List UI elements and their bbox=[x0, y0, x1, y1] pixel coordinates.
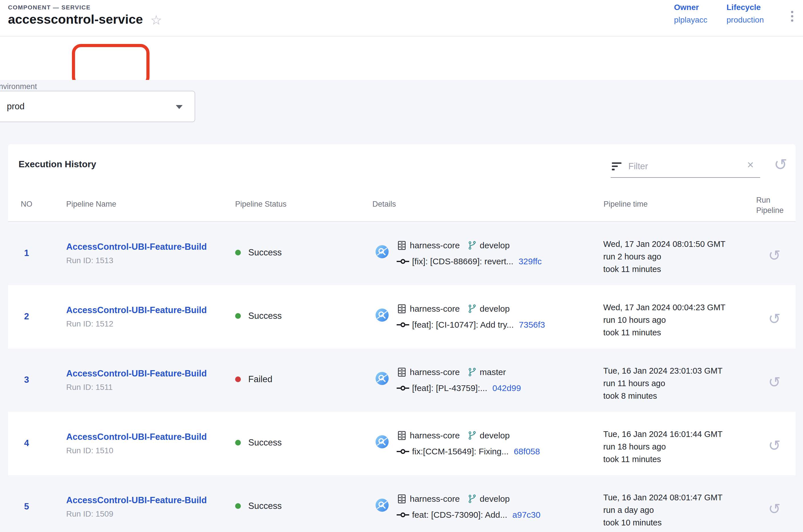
favorite-star-icon[interactable]: ☆ bbox=[150, 14, 162, 26]
git-commit-icon bbox=[397, 385, 409, 392]
run-id: Run ID: 1510 bbox=[66, 446, 113, 455]
column-header-run: Run Pipeline bbox=[756, 195, 790, 215]
pipeline-status: Success bbox=[235, 311, 282, 321]
table-row: 3 AccessControl-UBI-Feature-Build Run ID… bbox=[8, 348, 796, 412]
pipeline-search-icon[interactable] bbox=[375, 498, 389, 512]
pipeline-name-link[interactable]: AccessControl-UBI-Feature-Build bbox=[66, 242, 207, 252]
pipeline-search-icon[interactable] bbox=[375, 308, 389, 322]
pipeline-name-link[interactable]: AccessControl-UBI-Feature-Build bbox=[66, 495, 207, 506]
time-duration: took 11 minutes bbox=[603, 453, 723, 466]
run-id: Run ID: 1512 bbox=[66, 319, 113, 328]
filter-input[interactable] bbox=[628, 158, 740, 175]
pipeline-name-link[interactable]: AccessControl-UBI-Feature-Build bbox=[66, 305, 207, 316]
status-dot bbox=[235, 377, 241, 382]
time-relative: run 2 hours ago bbox=[603, 250, 725, 263]
column-header-no: NO bbox=[17, 200, 37, 209]
commit-sha-link[interactable]: 042d99 bbox=[493, 383, 521, 393]
kebab-menu-icon[interactable] bbox=[790, 10, 795, 23]
row-number: 4 bbox=[17, 438, 37, 449]
lifecycle-value: production bbox=[727, 15, 764, 24]
pipeline-search-icon[interactable] bbox=[375, 371, 389, 385]
branch-name: develop bbox=[480, 431, 510, 440]
run-pipeline-retry-icon[interactable]: ↺ bbox=[768, 438, 781, 453]
table-row: 4 AccessControl-UBI-Feature-Build Run ID… bbox=[8, 412, 796, 475]
status-label: Success bbox=[248, 438, 282, 448]
row-number: 3 bbox=[17, 375, 37, 385]
branch-name: master bbox=[480, 367, 506, 377]
pipeline-name-link[interactable]: AccessControl-UBI-Feature-Build bbox=[66, 432, 207, 442]
run-id: Run ID: 1511 bbox=[66, 383, 113, 392]
column-header-status: Pipeline Status bbox=[235, 200, 287, 209]
status-label: Success bbox=[248, 311, 282, 321]
time-duration: took 11 minutes bbox=[603, 326, 725, 339]
environment-selected-value: prod bbox=[7, 91, 24, 121]
refresh-icon[interactable]: ↺ bbox=[774, 157, 787, 173]
repository-icon bbox=[397, 494, 407, 504]
status-dot bbox=[235, 440, 241, 445]
environment-select[interactable]: prod bbox=[0, 91, 195, 122]
pipeline-time: Tue, 16 Jan 2024 23:01:03 GMT run 11 hou… bbox=[603, 364, 723, 402]
time-duration: took 8 minutes bbox=[603, 390, 723, 402]
branch-name: develop bbox=[480, 241, 510, 250]
pipeline-time: Tue, 16 Jan 2024 16:01:44 GMT run 18 hou… bbox=[603, 428, 723, 466]
commit-sha-link[interactable]: 7356f3 bbox=[519, 320, 545, 330]
git-commit-icon bbox=[397, 321, 409, 328]
commit-sha-link[interactable]: 68f058 bbox=[514, 446, 540, 456]
time-relative: run 10 hours ago bbox=[603, 314, 725, 326]
repository-icon bbox=[397, 431, 407, 441]
execution-rows: 1 AccessControl-UBI-Feature-Build Run ID… bbox=[8, 222, 796, 532]
owner-value-link[interactable]: plplayacc bbox=[674, 15, 707, 24]
repo-name: harness-core bbox=[410, 304, 460, 314]
pipeline-time: Tue, 16 Jan 2024 08:01:47 GMT run a day … bbox=[603, 491, 723, 529]
table-row: 2 AccessControl-UBI-Feature-Build Run ID… bbox=[8, 285, 796, 348]
owner-label: Owner bbox=[674, 3, 707, 12]
details-cell: harness-core develop [fix]: [CDS-88669]:… bbox=[397, 239, 542, 268]
run-pipeline-retry-icon[interactable]: ↺ bbox=[768, 248, 781, 263]
pipeline-status: Success bbox=[235, 438, 282, 448]
git-branch-icon bbox=[467, 367, 477, 377]
pipeline-time: Wed, 17 Jan 2024 08:01:50 GMT run 2 hour… bbox=[603, 238, 725, 276]
git-branch-icon bbox=[467, 431, 477, 440]
lifecycle-meta: Lifecycle production bbox=[727, 3, 764, 24]
run-pipeline-retry-icon[interactable]: ↺ bbox=[768, 375, 781, 390]
git-commit-icon bbox=[397, 511, 409, 518]
git-commit-icon bbox=[397, 258, 409, 265]
git-commit-icon bbox=[397, 448, 409, 455]
pipeline-search-icon[interactable] bbox=[375, 435, 389, 449]
time-absolute: Tue, 16 Jan 2024 16:01:44 GMT bbox=[603, 428, 723, 440]
chevron-down-icon bbox=[176, 105, 183, 109]
filter-bar: × bbox=[611, 158, 760, 178]
time-relative: run 11 hours ago bbox=[603, 377, 723, 390]
run-pipeline-retry-icon[interactable]: ↺ bbox=[768, 311, 781, 326]
run-pipeline-retry-icon[interactable]: ↺ bbox=[768, 501, 781, 516]
column-header-name: Pipeline Name bbox=[66, 200, 116, 209]
commit-sha-link[interactable]: a97c30 bbox=[513, 510, 540, 520]
column-header-details: Details bbox=[372, 200, 396, 209]
run-id: Run ID: 1509 bbox=[66, 510, 113, 518]
details-cell: harness-core develop feat: [CDS-73090]: … bbox=[397, 492, 540, 521]
commit-message: feat: [CDS-73090]: Add... bbox=[412, 510, 508, 520]
status-dot bbox=[235, 250, 241, 255]
pipeline-status: Success bbox=[235, 247, 282, 258]
environment-label: Environment bbox=[0, 82, 37, 91]
pipeline-time: Wed, 17 Jan 2024 00:04:23 GMT run 10 hou… bbox=[603, 301, 725, 339]
tab-bar: Overview CI/CD Scorecard API Dependencie… bbox=[0, 37, 803, 80]
close-icon[interactable]: × bbox=[747, 159, 753, 170]
column-header-time: Pipeline time bbox=[604, 200, 648, 209]
repository-icon bbox=[397, 304, 407, 314]
run-id: Run ID: 1513 bbox=[66, 256, 113, 265]
pipeline-status: Failed bbox=[235, 374, 272, 384]
git-branch-icon bbox=[467, 304, 477, 314]
time-absolute: Wed, 17 Jan 2024 00:04:23 GMT bbox=[603, 301, 725, 314]
time-relative: run a day ago bbox=[603, 504, 723, 516]
row-number: 2 bbox=[17, 311, 37, 322]
pipeline-search-icon[interactable] bbox=[375, 245, 389, 259]
pipeline-status: Success bbox=[235, 501, 282, 511]
row-number: 5 bbox=[17, 501, 37, 512]
details-cell: harness-core develop [feat]: [CI-10747]:… bbox=[397, 302, 545, 331]
entity-kind-label: COMPONENT — SERVICE bbox=[8, 4, 91, 11]
pipeline-name-link[interactable]: AccessControl-UBI-Feature-Build bbox=[66, 368, 207, 379]
branch-name: develop bbox=[480, 494, 510, 504]
commit-sha-link[interactable]: 329ffc bbox=[518, 256, 542, 266]
repo-name: harness-core bbox=[410, 241, 460, 250]
